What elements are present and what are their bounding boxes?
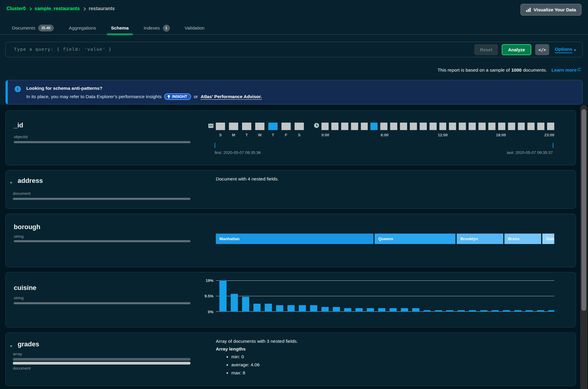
anti-patterns-banner: i Looking for schema anti-patterns? In i… xyxy=(5,80,583,104)
cuisine-bar xyxy=(548,310,554,312)
breadcrumb-cluster[interactable]: Cluster0 xyxy=(7,6,26,11)
field-type-label: string xyxy=(14,296,24,300)
nested-fields-summary: Document with 4 nested fields. xyxy=(216,176,279,182)
banner-title: Looking for schema anti-patterns? xyxy=(26,86,102,91)
cuisine-bar xyxy=(401,308,408,312)
insight-badge-label: INSIGHT xyxy=(172,95,187,99)
tab-documents[interactable]: Documents 25.4K xyxy=(12,21,54,35)
learn-more-label: Learn more xyxy=(552,67,577,73)
hour-square xyxy=(331,123,338,130)
array-type-bar xyxy=(13,358,190,361)
query-input[interactable]: Type a query: { field: 'value' } xyxy=(14,47,112,52)
cuisine-bar xyxy=(469,310,476,312)
field-card-grades: ▸ grades array document Array of documen… xyxy=(5,332,576,386)
tab-indexes[interactable]: Indexes 1 xyxy=(144,21,170,35)
lightbulb-icon xyxy=(167,95,170,99)
schema-field-list: _id objectid SMTWTFS 0:00 6:00 12:00 18:… xyxy=(0,105,588,389)
weekday-square xyxy=(268,123,278,130)
document-type-bar xyxy=(13,362,190,365)
header-region: Cluster0 sample_restaurants restaurants … xyxy=(0,0,588,105)
field-card-address: ▸ address document Document with 4 neste… xyxy=(5,170,576,209)
cuisine-bar xyxy=(435,310,442,312)
cuisine-bar xyxy=(390,308,397,312)
options-link[interactable]: Options ▸ xyxy=(555,47,576,53)
range-first-tick xyxy=(215,143,215,148)
field-type-bar xyxy=(14,302,190,304)
weekday-column: S xyxy=(295,123,304,137)
options-label: Options xyxy=(555,47,572,53)
weekday-square xyxy=(216,123,225,130)
hour-square xyxy=(341,123,348,130)
weekday-label: M xyxy=(232,133,235,137)
report-count: 1000 xyxy=(511,67,521,73)
code-toggle-button[interactable]: </> xyxy=(535,44,549,55)
tab-validation[interactable]: Validation xyxy=(185,21,205,35)
weekday-square xyxy=(229,123,238,130)
cuisine-bar xyxy=(446,310,453,312)
cuisine-bar xyxy=(276,305,283,312)
cuisine-bar xyxy=(537,310,544,312)
cuisine-bar xyxy=(480,310,487,312)
weekday-chart-squares: SMTWTFS xyxy=(216,123,304,137)
weekday-square xyxy=(255,123,264,130)
clock-icon xyxy=(314,123,319,128)
array-lengths-list: min: 0average: 4.06max: 8 xyxy=(231,354,260,378)
cuisine-bar xyxy=(355,308,363,312)
cuisine-bar xyxy=(299,305,306,312)
field-name: grades xyxy=(18,340,39,348)
breadcrumb-database[interactable]: sample_restaurants xyxy=(35,6,80,11)
weekday-column: M xyxy=(229,123,238,137)
cuisine-bar xyxy=(458,310,465,312)
banner-accent-stripe xyxy=(6,80,8,104)
expand-field-button[interactable]: ▸ xyxy=(10,180,13,185)
scrollbar[interactable] xyxy=(580,105,587,389)
hour-tick: 23:00 xyxy=(544,133,554,137)
visualize-data-button[interactable]: Visualize Your Data xyxy=(521,4,581,16)
reset-button[interactable]: Reset xyxy=(474,44,498,55)
weekday-label: F xyxy=(285,133,287,137)
field-type-bar xyxy=(13,198,190,200)
cuisine-bar xyxy=(265,304,272,312)
array-length-item: max: 8 xyxy=(231,370,260,376)
hour-tick: 0:00 xyxy=(321,133,329,137)
chevron-right-icon xyxy=(28,7,32,10)
tab-bar: Documents 25.4K Aggregations Schema Inde… xyxy=(12,21,204,35)
tab-aggregations[interactable]: Aggregations xyxy=(69,21,96,35)
weekday-label: T xyxy=(246,133,248,137)
tab-schema-label: Schema xyxy=(111,25,129,31)
hour-square xyxy=(420,123,427,130)
performance-advisor-link[interactable]: Atlas’ Performance Advisor. xyxy=(201,94,262,99)
indexes-count-badge: 1 xyxy=(163,25,170,32)
cuisine-bar xyxy=(424,310,431,312)
documents-count-badge: 25.4K xyxy=(38,25,54,31)
external-link-icon xyxy=(577,67,581,71)
array-lengths-title: Array lengths xyxy=(216,346,246,352)
insight-badge[interactable]: INSIGHT xyxy=(164,93,191,100)
field-card-cuisine: cuisine string 19% 9.5% 0% xyxy=(5,272,576,328)
field-type-bar xyxy=(14,141,190,143)
analyze-button[interactable]: Analyze xyxy=(502,44,531,55)
cuisine-bars xyxy=(216,280,554,312)
hour-square xyxy=(361,123,368,130)
learn-more-link[interactable]: Learn more xyxy=(552,67,581,73)
bar-chart-icon xyxy=(526,7,531,12)
cuisine-bar xyxy=(231,294,238,312)
report-text-prefix: This report is based on a sample of xyxy=(438,67,510,73)
scrollbar-thumb[interactable] xyxy=(581,109,586,311)
array-length-item: average: 4.06 xyxy=(231,362,260,368)
field-name: _id xyxy=(14,121,23,129)
hour-tick: 18:00 xyxy=(496,133,506,137)
range-first-label: first: 2020-05-07 09:35:36 xyxy=(215,150,261,155)
cuisine-bar xyxy=(242,297,249,312)
query-controls: Reset Analyze </> Options ▸ xyxy=(474,44,579,55)
field-type-bar xyxy=(14,240,190,242)
tab-schema[interactable]: Schema xyxy=(111,21,129,35)
hour-square xyxy=(449,123,456,130)
hour-tick: 12:00 xyxy=(438,133,448,137)
banner-or-text: or xyxy=(194,94,198,99)
cuisine-bar xyxy=(344,308,351,312)
weekday-column: F xyxy=(281,123,291,137)
expand-field-button[interactable]: ▸ xyxy=(10,343,13,348)
y-axis-tick: 19% xyxy=(191,278,213,283)
banner-body: In its place, you may refer to Data Expl… xyxy=(26,93,262,100)
